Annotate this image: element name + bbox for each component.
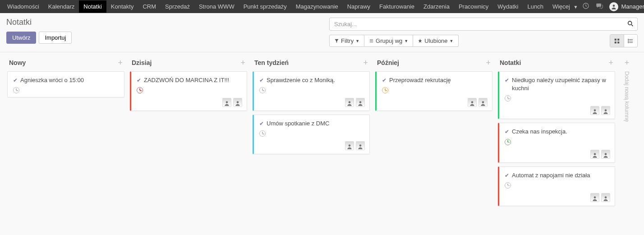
kanban-card[interactable]: ✔Agnieszka wróci o 15:00 [7,71,124,97]
svg-point-2 [628,21,632,25]
clock-icon[interactable] [505,182,511,189]
svg-point-18 [594,110,596,112]
svg-point-19 [605,110,607,112]
kanban-card[interactable]: ✔Czeka nas inspekcja. [498,123,615,162]
kanban-column: Notatki+✔Niedługo należy uzupełnić zapas… [495,59,618,210]
card-title-row: ✔Czeka nas inspekcja. [505,128,610,136]
nav-item-zdarzenia[interactable]: Zdarzenia [419,0,454,13]
add-column[interactable]: +Dodaj nową kolumnę [618,59,636,122]
nav-item-kontakty[interactable]: Kontakty [106,0,138,13]
check-icon: ✔ [137,77,141,83]
column-title: Notatki [500,59,521,66]
check-icon: ✔ [259,120,264,127]
nav-item-strona-www[interactable]: Strona WWW [194,0,239,13]
nav-item-pracownicy[interactable]: Pracownicy [454,0,493,13]
card-title: Agnieszka wróci o 15:00 [20,76,84,84]
nav-item-fakturowanie[interactable]: Fakturowanie [375,0,419,13]
column-header: Notatki+ [497,59,616,71]
caret-down-icon: ▼ [404,39,408,43]
search-icon[interactable] [627,20,634,28]
card-title: Przeprowadź rekrutację [389,76,451,84]
card-title: Umów spotkanie z DMC [267,120,329,128]
column-header: Później+ [374,59,493,71]
avatar [601,106,610,115]
nav-item-naprawy[interactable]: Naprawy [343,0,375,13]
add-card-button[interactable]: + [118,59,123,67]
svg-point-1 [613,5,615,7]
kanban-view-button[interactable] [610,35,624,47]
clock-icon[interactable] [259,130,266,137]
card-title-row: ✔Niedługo należy uzupełnić zapasy w kuch… [505,76,610,92]
clock-icon[interactable] [505,139,511,145]
avatar [345,141,354,150]
caret-down-icon: ▼ [355,39,359,43]
card-title: ZADZWOŃ DO MARCINA Z IT!!! [144,76,229,84]
user-avatar-icon [609,2,618,11]
caret-down-icon: ▼ [450,39,454,43]
avatar [345,98,354,107]
card-meta [505,95,610,101]
nav-item-lunch[interactable]: Lunch [523,0,547,13]
add-card-button[interactable]: + [240,59,245,67]
add-card-button[interactable]: + [363,59,368,67]
conversations-icon[interactable] [596,2,603,11]
clock-icon[interactable] [137,87,143,93]
nav-item-crm[interactable]: CRM [138,0,161,13]
kanban-column: Później+✔Przeprowadź rekrutację [373,59,495,115]
svg-point-20 [594,153,596,155]
kanban-card[interactable]: ✔Sprawdzenie co z Moniką. [253,71,370,111]
check-icon: ✔ [382,77,386,83]
add-card-button[interactable]: + [486,59,491,67]
clock-icon[interactable] [505,95,511,101]
avatar [233,98,242,107]
kanban-card[interactable]: ✔Przeprowadź rekrutację [375,71,492,111]
card-footer [505,106,610,115]
nav-item-wydatki[interactable]: Wydatki [493,0,523,13]
groupby-button[interactable]: Grupuj wg ▼ [364,35,413,47]
import-button[interactable]: Importuj [39,32,72,44]
check-icon: ✔ [13,77,18,83]
nav-item-magazynowanie[interactable]: Magazynowanie [291,0,343,13]
column-header: Ten tydzień+ [252,59,371,71]
check-icon: ✔ [505,172,509,179]
create-button[interactable]: Utwórz [6,32,36,44]
kanban-card[interactable]: ✔ZADZWOŃ DO MARCINA Z IT!!! [130,71,247,111]
top-nav: WiadomościKalendarzNotatkiKontaktyCRMSpr… [0,0,644,13]
nav-item-wiadomości[interactable]: Wiadomości [3,0,44,13]
filters-button[interactable]: Filtry ▼ [329,35,364,47]
check-icon: ✔ [505,129,509,135]
avatar [468,98,477,107]
nav-item-więcej[interactable]: Więcej ▼ [548,0,583,13]
view-switcher [610,34,638,47]
favorites-button[interactable]: Ulubione ▼ [413,35,458,47]
nav-item-sprzedaż[interactable]: Sprzedaż [161,0,194,13]
search-input[interactable] [329,18,638,31]
control-left: Notatki Utwórz Importuj [6,18,322,44]
avatar [478,98,488,107]
svg-point-7 [628,39,628,39]
nav-item-punkt-sprzedaży[interactable]: Punkt sprzedaży [239,0,291,13]
kanban-card[interactable]: ✔Automat z napojami nie działa [498,166,615,206]
svg-point-13 [359,101,362,104]
user-menu[interactable]: Manager [609,2,644,11]
card-title: Automat z napojami nie działa [512,171,590,180]
kanban-card[interactable]: ✔Umów spotkanie z DMC [253,115,370,154]
nav-item-notatki[interactable]: Notatki [79,0,106,13]
card-footer [382,98,488,107]
nav-item-kalendarz[interactable]: Kalendarz [44,0,79,13]
control-panel: Notatki Utwórz Importuj Filtry ▼ Grupuj … [0,13,644,47]
list-view-button[interactable] [624,35,637,47]
clock-icon[interactable] [382,87,388,93]
control-right: Filtry ▼ Grupuj wg ▼ Ulubione ▼ [329,18,638,47]
card-meta [382,87,488,93]
clock-icon[interactable] [13,87,19,93]
svg-point-10 [226,101,228,104]
avatar [222,98,231,107]
card-footer [505,150,610,159]
clock-icon[interactable] [259,87,266,93]
page-title: Notatki [6,18,322,27]
activity-icon[interactable] [582,2,589,11]
kanban-card[interactable]: ✔Niedługo należy uzupełnić zapasy w kuch… [498,71,615,119]
svg-point-21 [605,153,607,155]
add-card-button[interactable]: + [608,59,613,67]
